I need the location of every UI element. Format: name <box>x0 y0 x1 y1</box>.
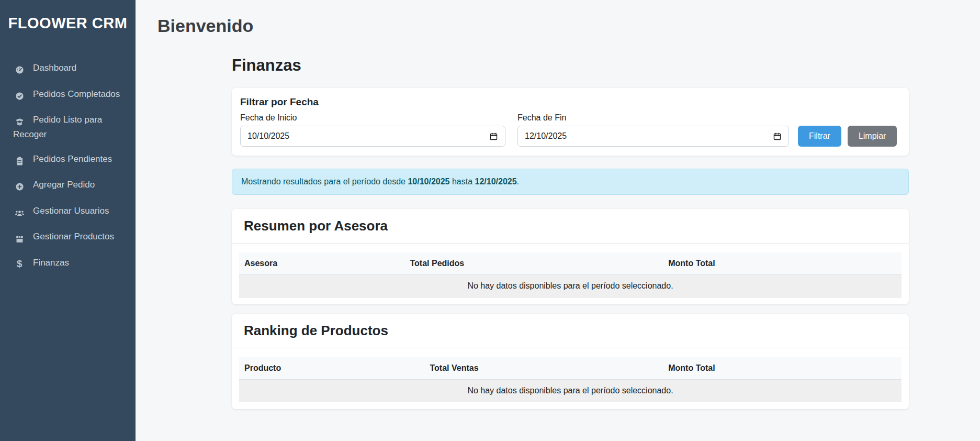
box-open-icon <box>13 115 26 128</box>
clear-button[interactable]: Limpiar <box>848 126 897 147</box>
ranking-card: Ranking de Productos Producto Total Vent… <box>232 314 909 409</box>
empty-message: No hay datos disponibles para el período… <box>239 275 902 297</box>
users-icon <box>13 206 26 219</box>
box-icon <box>13 232 26 245</box>
page-title: Bienvenido <box>157 16 980 36</box>
end-date-value: 12/10/2025 <box>525 131 567 141</box>
calendar-icon[interactable] <box>773 132 782 141</box>
summary-table: Asesora Total Pedidos Monto Total No hay… <box>239 252 902 297</box>
sidebar-item-label: Agregar Pedido <box>33 180 95 190</box>
brand-logo: FLOOWER CRM <box>0 0 136 32</box>
table-row: No hay datos disponibles para el período… <box>239 380 902 402</box>
ranking-card-title: Ranking de Productos <box>244 323 897 339</box>
start-date-label: Fecha de Inicio <box>240 113 505 123</box>
gauge-icon <box>13 63 26 76</box>
sidebar-item-label: Dashboard <box>33 63 76 73</box>
column-header: Monto Total <box>663 357 902 380</box>
sidebar-item-label: Pedido Listo para Recoger <box>13 115 102 139</box>
filter-title: Filtrar por Fecha <box>240 96 902 108</box>
sidebar-nav: Dashboard Pedidos Completados Pedido Lis… <box>0 56 136 277</box>
sidebar-item-label: Pedidos Pendientes <box>33 154 112 164</box>
column-header: Total Pedidos <box>405 252 663 275</box>
alert-text: hasta <box>450 177 475 186</box>
summary-card-title: Resumen por Asesora <box>244 218 897 234</box>
alert-text: . <box>517 177 519 186</box>
dollar-icon: $ <box>13 257 26 271</box>
sidebar-item-pedidos-completados[interactable]: Pedidos Completados <box>0 82 136 108</box>
sidebar: FLOOWER CRM Dashboard Pedidos Completado… <box>0 0 136 441</box>
period-alert: Mostrando resultados para el período des… <box>232 169 909 195</box>
alert-text: Mostrando resultados para el período des… <box>241 177 408 186</box>
sidebar-item-gestionar-productos[interactable]: Gestionar Productos <box>0 225 136 251</box>
end-date-group: Fecha de Fin 12/10/2025 <box>517 113 789 147</box>
check-circle-icon <box>13 90 26 103</box>
finanzas-section: Finanzas Filtrar por Fecha Fecha de Inic… <box>232 56 909 409</box>
empty-message: No hay datos disponibles para el período… <box>239 380 902 402</box>
summary-card: Resumen por Asesora Asesora Total Pedido… <box>232 209 909 304</box>
section-title: Finanzas <box>232 56 909 75</box>
ranking-table: Producto Total Ventas Monto Total No hay… <box>239 357 902 402</box>
sidebar-item-label: Pedidos Completados <box>33 89 120 99</box>
column-header: Total Ventas <box>424 357 663 380</box>
sidebar-item-finanzas[interactable]: $ Finanzas <box>0 251 136 277</box>
sidebar-item-label: Gestionar Productos <box>33 231 114 241</box>
ranking-card-header: Ranking de Productos <box>232 314 909 348</box>
filter-row: Fecha de Inicio 10/10/2025 Fecha de Fin … <box>240 113 902 147</box>
sidebar-item-gestionar-usuarios[interactable]: Gestionar Usuarios <box>0 199 136 225</box>
clipboard-list-icon <box>13 155 26 168</box>
summary-card-body: Asesora Total Pedidos Monto Total No hay… <box>232 244 909 304</box>
alert-end-date: 12/10/2025 <box>475 177 517 186</box>
sidebar-item-label: Gestionar Usuarios <box>33 206 109 216</box>
ranking-card-body: Producto Total Ventas Monto Total No hay… <box>232 348 909 409</box>
start-date-group: Fecha de Inicio 10/10/2025 <box>240 113 505 147</box>
sidebar-item-dashboard[interactable]: Dashboard <box>0 56 136 82</box>
table-header-row: Asesora Total Pedidos Monto Total <box>239 252 902 275</box>
sidebar-item-agregar-pedido[interactable]: Agregar Pedido <box>0 173 136 199</box>
table-header-row: Producto Total Ventas Monto Total <box>239 357 902 380</box>
alert-start-date: 10/10/2025 <box>408 177 449 186</box>
calendar-icon[interactable] <box>489 132 498 141</box>
sidebar-item-pedido-listo[interactable]: Pedido Listo para Recoger <box>0 108 136 147</box>
plus-circle-icon <box>13 180 26 193</box>
filter-button[interactable]: Filtrar <box>798 126 841 147</box>
sidebar-item-pedidos-pendientes[interactable]: Pedidos Pendientes <box>0 147 136 173</box>
start-date-input[interactable]: 10/10/2025 <box>240 126 505 147</box>
end-date-input[interactable]: 12/10/2025 <box>517 126 789 147</box>
start-date-value: 10/10/2025 <box>247 131 289 141</box>
sidebar-item-label: Finanzas <box>33 258 69 268</box>
column-header: Monto Total <box>663 252 902 275</box>
column-header: Asesora <box>239 252 405 275</box>
filter-card: Filtrar por Fecha Fecha de Inicio 10/10/… <box>232 88 909 156</box>
main-content: Bienvenido Finanzas Filtrar por Fecha Fe… <box>136 0 980 441</box>
table-row: No hay datos disponibles para el período… <box>239 275 902 297</box>
summary-card-header: Resumen por Asesora <box>232 209 909 244</box>
column-header: Producto <box>239 357 424 380</box>
end-date-label: Fecha de Fin <box>517 113 789 123</box>
